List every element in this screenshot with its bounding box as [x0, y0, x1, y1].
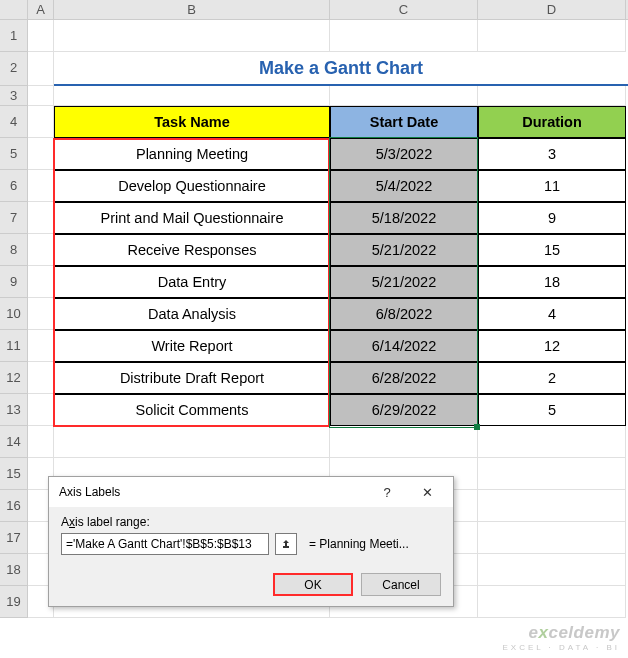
row-header-17[interactable]: 17: [0, 522, 28, 554]
cell-d16[interactable]: [478, 490, 626, 522]
task-cell[interactable]: Data Entry: [54, 266, 330, 298]
cancel-button[interactable]: Cancel: [361, 573, 441, 596]
dialog-help-button[interactable]: ?: [367, 485, 407, 500]
duration-cell[interactable]: 18: [478, 266, 626, 298]
cell-b3[interactable]: [54, 86, 330, 106]
cell-d19[interactable]: [478, 586, 626, 618]
cell-a3[interactable]: [28, 86, 54, 106]
duration-cell[interactable]: 2: [478, 362, 626, 394]
page-title[interactable]: Make a Gantt Chart: [54, 52, 628, 86]
task-cell[interactable]: Data Analysis: [54, 298, 330, 330]
cell-b14[interactable]: [54, 426, 330, 458]
task-cell[interactable]: Distribute Draft Report: [54, 362, 330, 394]
selection-handle[interactable]: [474, 424, 480, 430]
axis-label-range-input[interactable]: [61, 533, 269, 555]
date-cell[interactable]: 5/3/2022: [330, 138, 478, 170]
date-cell[interactable]: 6/8/2022: [330, 298, 478, 330]
cell-a6[interactable]: [28, 170, 54, 202]
cell-c1[interactable]: [330, 20, 478, 52]
row-12: 12Distribute Draft Report6/28/20222: [0, 362, 628, 394]
select-all-corner[interactable]: [0, 0, 28, 19]
header-task-name[interactable]: Task Name: [54, 106, 330, 138]
row-header-7[interactable]: 7: [0, 202, 28, 234]
dialog-titlebar[interactable]: Axis Labels ? ✕: [49, 477, 453, 507]
duration-cell[interactable]: 4: [478, 298, 626, 330]
duration-cell[interactable]: 15: [478, 234, 626, 266]
row-header-8[interactable]: 8: [0, 234, 28, 266]
row-header-10[interactable]: 10: [0, 298, 28, 330]
duration-cell[interactable]: 9: [478, 202, 626, 234]
date-cell[interactable]: 6/28/2022: [330, 362, 478, 394]
row-header-4[interactable]: 4: [0, 106, 28, 138]
row-header-12[interactable]: 12: [0, 362, 28, 394]
cell-d3[interactable]: [478, 86, 626, 106]
cell-a2[interactable]: [28, 52, 54, 86]
col-header-a[interactable]: A: [28, 0, 54, 19]
row-10: 10Data Analysis6/8/20224: [0, 298, 628, 330]
cell-a5[interactable]: [28, 138, 54, 170]
cell-a8[interactable]: [28, 234, 54, 266]
row-header-16[interactable]: 16: [0, 490, 28, 522]
row-6: 6Develop Questionnaire5/4/202211: [0, 170, 628, 202]
cell-a11[interactable]: [28, 330, 54, 362]
date-cell[interactable]: 5/18/2022: [330, 202, 478, 234]
cell-a13[interactable]: [28, 394, 54, 426]
task-cell[interactable]: Print and Mail Questionnaire: [54, 202, 330, 234]
cell-a9[interactable]: [28, 266, 54, 298]
duration-cell[interactable]: 3: [478, 138, 626, 170]
date-cell[interactable]: 5/4/2022: [330, 170, 478, 202]
cell-a1[interactable]: [28, 20, 54, 52]
row-header-1[interactable]: 1: [0, 20, 28, 52]
row-header-5[interactable]: 5: [0, 138, 28, 170]
task-cell[interactable]: Solicit Comments: [54, 394, 330, 426]
cell-d1[interactable]: [478, 20, 626, 52]
row-header-2[interactable]: 2: [0, 52, 28, 86]
header-duration[interactable]: Duration: [478, 106, 626, 138]
duration-cell[interactable]: 11: [478, 170, 626, 202]
task-cell[interactable]: Planning Meeting: [54, 138, 330, 170]
row-13: 13Solicit Comments6/29/20225: [0, 394, 628, 426]
cell-d14[interactable]: [478, 426, 626, 458]
dialog-title: Axis Labels: [55, 485, 367, 499]
row-2: 2 Make a Gantt Chart: [0, 52, 628, 86]
date-cell[interactable]: 5/21/2022: [330, 234, 478, 266]
task-cell[interactable]: Receive Responses: [54, 234, 330, 266]
date-cell[interactable]: 5/21/2022: [330, 266, 478, 298]
row-header-9[interactable]: 9: [0, 266, 28, 298]
cell-a4[interactable]: [28, 106, 54, 138]
col-header-d[interactable]: D: [478, 0, 626, 19]
row-header-18[interactable]: 18: [0, 554, 28, 586]
duration-cell[interactable]: 5: [478, 394, 626, 426]
cell-a12[interactable]: [28, 362, 54, 394]
row-4: 4 Task Name Start Date Duration: [0, 106, 628, 138]
cell-a10[interactable]: [28, 298, 54, 330]
dialog-close-button[interactable]: ✕: [407, 485, 447, 500]
row-header-3[interactable]: 3: [0, 86, 28, 106]
ok-button[interactable]: OK: [273, 573, 353, 596]
row-header-13[interactable]: 13: [0, 394, 28, 426]
date-cell[interactable]: 6/14/2022: [330, 330, 478, 362]
task-cell[interactable]: Develop Questionnaire: [54, 170, 330, 202]
col-header-b[interactable]: B: [54, 0, 330, 19]
cell-d15[interactable]: [478, 458, 626, 490]
row-header-19[interactable]: 19: [0, 586, 28, 618]
dialog-body: Axis label range: = Planning Meeti...: [49, 507, 453, 565]
cell-b1[interactable]: [54, 20, 330, 52]
cell-a7[interactable]: [28, 202, 54, 234]
task-cell[interactable]: Write Report: [54, 330, 330, 362]
header-start-date[interactable]: Start Date: [330, 106, 478, 138]
row-header-15[interactable]: 15: [0, 458, 28, 490]
cell-d18[interactable]: [478, 554, 626, 586]
date-cell[interactable]: 6/29/2022: [330, 394, 478, 426]
cell-a14[interactable]: [28, 426, 54, 458]
row-header-11[interactable]: 11: [0, 330, 28, 362]
cell-c14[interactable]: [330, 426, 478, 458]
duration-cell[interactable]: 12: [478, 330, 626, 362]
dialog-buttons: OK Cancel: [49, 565, 453, 606]
row-header-14[interactable]: 14: [0, 426, 28, 458]
cell-c3[interactable]: [330, 86, 478, 106]
collapse-dialog-button[interactable]: [275, 533, 297, 555]
cell-d17[interactable]: [478, 522, 626, 554]
col-header-c[interactable]: C: [330, 0, 478, 19]
row-header-6[interactable]: 6: [0, 170, 28, 202]
